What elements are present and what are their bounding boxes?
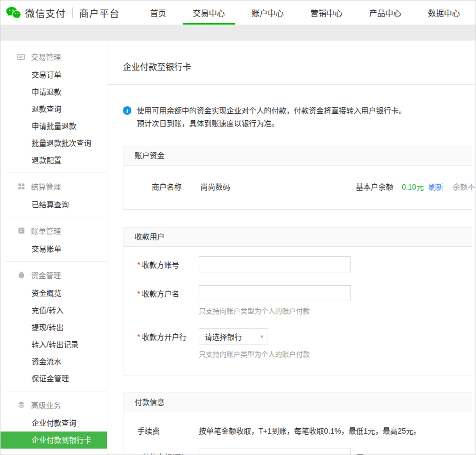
merchant-name-label: 商户名称 [152,182,198,192]
payee-bank-hint: 只支持向账户类型为个人的账户付款 [199,349,472,359]
sidebar-item-transfer-records[interactable]: 转入/转出记录 [1,336,107,353]
notice-line-2: 预计次日到账，具体到账速度以银行为准。 [137,117,406,130]
nav-account-center[interactable]: 账户中心 [238,1,297,25]
balance-group: 基本户余额 0.10元 刷新 余额不 [356,182,475,192]
sidebar-item-batch-refund-query[interactable]: 批量退款批次查询 [1,135,107,152]
merchant-platform-page: 微信支付 商户平台 首页 交易中心 账户中心 营销中心 产品中心 数据中心 交易… [0,0,476,455]
bank-select[interactable]: 请选择银行 ▾ [199,328,268,344]
page-title: 企业付款至银行卡 [107,41,475,85]
payee-name-label: *收款方户名 [137,288,199,299]
bill-icon [17,227,25,235]
sidebar-section-funds: 资金管理 资金概览 充值/转入 提现/转出 转入/转出记录 资金流水 保证金管理 [1,265,107,387]
fee-field: 手续费 按单笔金额收取，T+1到账，每笔收取0.1%，最低1元，最高25元。 [137,425,472,436]
balance-note-clipped: 余额不 [452,183,475,191]
sidebar-header-settlement[interactable]: 结算管理 [1,177,107,196]
nav-product-center[interactable]: 产品中心 [356,1,415,25]
nav-transaction-center[interactable]: 交易中心 [180,1,238,25]
sidebar-divider [6,217,107,217]
sidebar-item-funds-flow[interactable]: 资金流水 [1,353,107,370]
brand: 微信支付 商户平台 [6,6,120,20]
payment-form: 手续费 按单笔金额收取，T+1到账，每笔收取0.1%，最低1元，最高25元。 *… [123,412,472,455]
payee-name-hint: 只支持向账户类型为个人的账户付款 [199,305,472,316]
sidebar-section-advanced: 高级业务 企业付款查询 企业付款到银行卡 [1,395,107,449]
sidebar-item-apply-refund[interactable]: 申请退款 [1,83,107,100]
balance-amount: 0.10元 [402,183,424,191]
brand-name: 微信支付 [25,6,66,20]
payment-amount-field: *付款金额(元) 元 [137,449,472,455]
sidebar-section-label: 交易管理 [31,51,61,62]
payee-panel: 收款用户 *收款方账号 *收款方户名 只支持向账户类型为个人的账户付 [123,227,472,375]
sidebar-header-advanced[interactable]: 高级业务 [1,395,107,414]
payee-title: 收款用户 [123,228,472,247]
sidebar-divider [6,391,107,391]
payee-form: *收款方账号 *收款方户名 只支持向账户类型为个人的账户付款 * [123,247,472,375]
payment-info-panel: 付款信息 手续费 按单笔金额收取，T+1到账，每笔收取0.1%，最低1元，最高2… [123,393,472,455]
sidebar-item-trade-bill[interactable]: 交易账单 [1,240,107,257]
sidebar-divider [6,261,107,262]
nav-marketing-center[interactable]: 营销中心 [297,1,356,25]
settlement-grid-icon [17,183,25,191]
chevron-down-icon: ▾ [260,333,263,340]
sidebar-item-batch-refund[interactable]: 申请批量退款 [1,117,107,135]
required-marker: * [137,453,140,455]
sidebar-item-deposit-management[interactable]: 保证金管理 [1,370,107,387]
platform-name: 商户平台 [79,6,120,20]
sidebar-item-refund-config[interactable]: 退款配置 [1,152,107,169]
sidebar-section-bills: 账单管理 交易账单 [1,221,107,257]
sidebar-item-enterprise-payment-query[interactable]: 企业付款查询 [1,414,107,432]
funds-pot-icon [17,271,25,279]
payee-bank-field: *收款方开户行 请选择银行 ▾ 只支持向账户类型为个人的账户付款 [137,328,472,359]
sidebar-section-label: 资金管理 [31,270,61,280]
top-bar: 微信支付 商户平台 首页 交易中心 账户中心 营销中心 产品中心 数据中心 [1,1,475,25]
notice-line-1: 使用可用余额中的资金实现企业对个人的付款，付款资金将直接转入用户银行卡。 [137,104,406,117]
sidebar-section-transactions: 交易管理 交易订单 申请退款 退款查询 申请批量退款 批量退款批次查询 退款配置 [1,47,107,169]
payment-info-title: 付款信息 [123,393,472,412]
bank-select-value: 请选择银行 [205,331,242,342]
account-funds-body: 商户名称 尚尚数码 基本户余额 0.10元 刷新 余额不 [123,166,472,209]
sidebar-section-label: 结算管理 [31,181,61,192]
sidebar-header-bills[interactable]: 账单管理 [1,221,107,240]
payee-account-field: *收款方账号 [137,256,472,272]
layers-icon [17,401,25,409]
main-content: 企业付款至银行卡 i 使用可用余额中的资金实现企业对个人的付款，付款资金将直接转… [107,41,475,455]
payee-name-input[interactable] [199,285,351,301]
payee-name-field: *收款方户名 只支持向账户类型为个人的账户付款 [137,285,472,316]
required-marker: * [137,289,140,298]
brand-divider [72,7,73,18]
payee-account-label: *收款方账号 [137,259,199,270]
sidebar-item-trade-orders[interactable]: 交易订单 [1,66,107,83]
sidebar-item-refund-query[interactable]: 退款查询 [1,100,107,117]
notice-text: 使用可用余额中的资金实现企业对个人的付款，付款资金将直接转入用户银行卡。 预计次… [137,104,406,130]
nav-data-center[interactable]: 数据中心 [415,1,473,25]
sub-header-band [1,25,475,41]
sidebar-item-withdraw-transfer-out[interactable]: 提现/转出 [1,319,107,336]
refresh-balance-link[interactable]: 刷新 [428,183,443,191]
account-funds-row: 商户名称 尚尚数码 基本户余额 0.10元 刷新 余额不 [123,182,472,192]
main-layout: 交易管理 交易订单 申请退款 退款查询 申请批量退款 批量退款批次查询 退款配置… [1,41,475,455]
account-funds-panel: 账户资金 商户名称 尚尚数码 基本户余额 0.10元 刷新 余额不 [123,146,472,210]
info-icon: i [123,106,131,115]
fee-label: 手续费 [137,425,199,436]
required-marker: * [137,261,140,269]
top-nav: 首页 交易中心 账户中心 营销中心 产品中心 数据中心 [137,1,473,25]
sidebar-header-funds[interactable]: 资金管理 [1,265,107,285]
amount-unit-label: 元 [356,451,364,455]
payee-account-input[interactable] [199,256,351,272]
nav-home[interactable]: 首页 [137,1,180,25]
account-funds-title: 账户资金 [123,146,472,166]
payment-amount-label: *付款金额(元) [137,451,199,455]
sidebar-item-funds-overview[interactable]: 资金概览 [1,285,107,302]
sidebar-header-transactions[interactable]: 交易管理 [1,47,107,66]
sidebar-item-enterprise-payment-to-bank-card[interactable]: 企业付款到银行卡 [1,432,107,449]
sidebar: 交易管理 交易订单 申请退款 退款查询 申请批量退款 批量退款批次查询 退款配置… [1,41,107,455]
merchant-name-value: 尚尚数码 [200,183,230,191]
sidebar-item-recharge-transfer-in[interactable]: 充值/转入 [1,302,107,319]
basic-balance-label: 基本户余额 [356,183,393,191]
payee-bank-label: *收款方开户行 [137,331,199,342]
sidebar-item-settled-query[interactable]: 已结算查询 [1,196,107,213]
payment-amount-input[interactable] [199,449,351,455]
transaction-icon [17,53,25,61]
info-notice: i 使用可用余额中的资金实现企业对个人的付款，付款资金将直接转入用户银行卡。 预… [123,104,475,130]
fee-description: 按单笔金额收取，T+1到账，每笔收取0.1%，最低1元，最高25元。 [199,425,421,436]
wechat-pay-logo-icon [6,6,21,19]
